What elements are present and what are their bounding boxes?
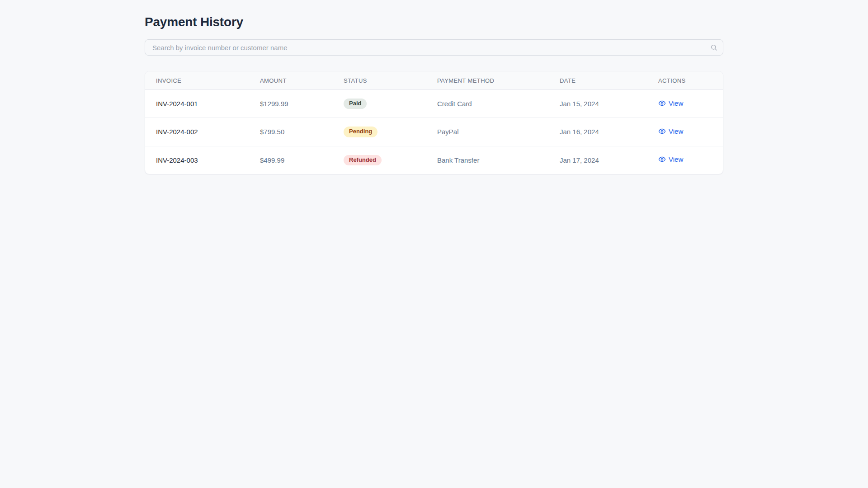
search-bar xyxy=(145,39,723,56)
search-input[interactable] xyxy=(145,39,723,56)
invoice-number: INV-2024-002 xyxy=(145,118,249,146)
amount: $799.50 xyxy=(249,118,333,146)
view-button[interactable]: View xyxy=(658,155,683,163)
column-header-invoice: Invoice xyxy=(145,71,249,90)
status-badge: Refunded xyxy=(344,155,382,165)
column-header-payment-method: Payment Method xyxy=(426,71,549,90)
eye-icon xyxy=(658,127,666,135)
payment-history-card: Invoice Amount Status Payment Method Dat… xyxy=(145,71,723,174)
view-button[interactable]: View xyxy=(658,127,683,135)
status-badge: Paid xyxy=(344,99,367,109)
column-header-amount: Amount xyxy=(249,71,333,90)
table-header-row: Invoice Amount Status Payment Method Dat… xyxy=(145,71,723,90)
table-row: INV-2024-003 $499.99 Refunded Bank Trans… xyxy=(145,146,723,174)
amount: $1299.99 xyxy=(249,90,333,118)
column-header-actions: Actions xyxy=(647,71,723,90)
view-button-label: View xyxy=(669,155,683,163)
view-button-label: View xyxy=(669,99,683,107)
table-row: INV-2024-001 $1299.99 Paid Credit Card J… xyxy=(145,90,723,118)
eye-icon xyxy=(658,155,666,163)
payment-method: Credit Card xyxy=(426,90,549,118)
date: Jan 17, 2024 xyxy=(549,146,647,174)
page-title: Payment History xyxy=(145,15,723,29)
view-button-label: View xyxy=(669,127,683,135)
invoice-number: INV-2024-003 xyxy=(145,146,249,174)
date: Jan 15, 2024 xyxy=(549,90,647,118)
date: Jan 16, 2024 xyxy=(549,118,647,146)
invoice-number: INV-2024-001 xyxy=(145,90,249,118)
payment-method: Bank Transfer xyxy=(426,146,549,174)
payment-history-table: Invoice Amount Status Payment Method Dat… xyxy=(145,71,723,174)
view-button[interactable]: View xyxy=(658,99,683,107)
column-header-date: Date xyxy=(549,71,647,90)
column-header-status: Status xyxy=(333,71,426,90)
payment-history-page: Payment History Invoice Amount Status Pa… xyxy=(145,0,723,174)
amount: $499.99 xyxy=(249,146,333,174)
table-row: INV-2024-002 $799.50 Pending PayPal Jan … xyxy=(145,118,723,146)
payment-method: PayPal xyxy=(426,118,549,146)
status-badge: Pending xyxy=(344,127,377,137)
eye-icon xyxy=(658,99,666,107)
